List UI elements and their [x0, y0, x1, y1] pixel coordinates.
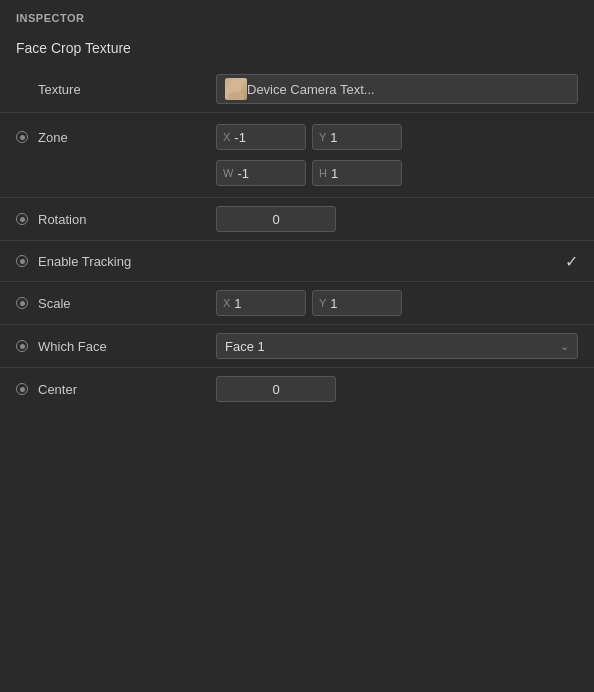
divider-2: [0, 197, 594, 198]
rotation-radio[interactable]: [16, 213, 28, 225]
texture-row: Texture Device Camera Text...: [0, 68, 594, 110]
zone-y-input[interactable]: Y: [312, 124, 402, 150]
center-radio[interactable]: [16, 383, 28, 395]
zone-label: Zone: [38, 130, 68, 145]
inspector-panel: INSPECTOR Face Crop Texture Texture Devi…: [0, 0, 594, 692]
scale-y-input[interactable]: Y: [312, 290, 402, 316]
which-face-value-area: Face 1 ⌄: [216, 333, 578, 359]
w-axis-label: W: [223, 167, 233, 179]
which-face-label: Which Face: [38, 339, 107, 354]
enable-tracking-checkmark: ✓: [565, 252, 578, 271]
zone-w-input[interactable]: W: [216, 160, 306, 186]
which-face-row: Which Face Face 1 ⌄: [0, 327, 594, 365]
zone-h-input[interactable]: H: [312, 160, 402, 186]
center-input[interactable]: [216, 376, 336, 402]
zone-fields-xy: X Y: [216, 124, 578, 150]
zone-y-field[interactable]: [330, 130, 370, 145]
scale-value-area: X Y: [216, 290, 578, 316]
zone-row-top: Zone X Y: [16, 121, 578, 153]
rotation-label: Rotation: [38, 212, 86, 227]
zone-x-field[interactable]: [234, 130, 274, 145]
which-face-radio[interactable]: [16, 340, 28, 352]
rotation-label-area: Rotation: [16, 212, 216, 227]
scale-x-label: X: [223, 297, 230, 309]
center-label-area: Center: [16, 382, 216, 397]
scale-label: Scale: [38, 296, 71, 311]
texture-label-area: Texture: [16, 82, 216, 97]
scale-row: Scale X Y: [0, 284, 594, 322]
scale-x-field[interactable]: [234, 296, 274, 311]
which-face-arrow: ⌄: [560, 340, 569, 353]
enable-tracking-radio[interactable]: [16, 255, 28, 267]
section-title: Face Crop Texture: [0, 32, 594, 68]
zone-row-bottom: W H: [16, 157, 578, 189]
rotation-row: Rotation: [0, 200, 594, 238]
center-row: Center: [0, 370, 594, 408]
x-axis-label: X: [223, 131, 230, 143]
scale-y-field[interactable]: [330, 296, 370, 311]
rotation-value-area: [216, 206, 578, 232]
zone-w-field[interactable]: [237, 166, 277, 181]
zone-row: Zone X Y W H: [0, 115, 594, 195]
zone-x-input[interactable]: X: [216, 124, 306, 150]
divider-4: [0, 281, 594, 282]
texture-name: Device Camera Text...: [247, 82, 375, 97]
scale-label-area: Scale: [16, 296, 216, 311]
inspector-title: INSPECTOR: [0, 12, 594, 32]
zone-h-field[interactable]: [331, 166, 371, 181]
zone-fields-wh: W H: [216, 160, 578, 186]
center-value-area: [216, 376, 578, 402]
divider-6: [0, 367, 594, 368]
rotation-input[interactable]: [216, 206, 336, 232]
which-face-dropdown[interactable]: Face 1 ⌄: [216, 333, 578, 359]
texture-thumbnail: [225, 78, 247, 100]
divider-3: [0, 240, 594, 241]
enable-tracking-label: Enable Tracking: [38, 254, 131, 269]
texture-label: Texture: [38, 82, 81, 97]
enable-tracking-label-area: Enable Tracking: [16, 254, 216, 269]
which-face-value: Face 1: [225, 339, 265, 354]
divider-1: [0, 112, 594, 113]
scale-y-label: Y: [319, 297, 326, 309]
scale-x-input[interactable]: X: [216, 290, 306, 316]
texture-input[interactable]: Device Camera Text...: [216, 74, 578, 104]
h-axis-label: H: [319, 167, 327, 179]
divider-5: [0, 324, 594, 325]
zone-label-area: Zone: [16, 130, 216, 145]
center-label: Center: [38, 382, 77, 397]
which-face-label-area: Which Face: [16, 339, 216, 354]
scale-radio[interactable]: [16, 297, 28, 309]
enable-tracking-checkmark-area[interactable]: ✓: [216, 252, 578, 271]
zone-radio[interactable]: [16, 131, 28, 143]
y-axis-label: Y: [319, 131, 326, 143]
enable-tracking-row: Enable Tracking ✓: [0, 243, 594, 279]
